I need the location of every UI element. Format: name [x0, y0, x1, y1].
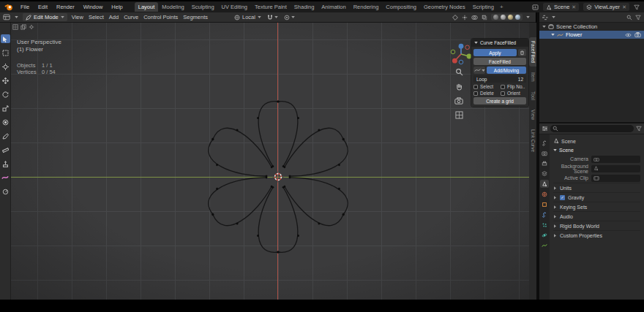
properties-search-input[interactable] — [550, 125, 634, 132]
hide-viewport-eye-icon[interactable] — [625, 32, 632, 37]
ptab-scene-icon[interactable] — [540, 180, 549, 188]
tool-tilt[interactable] — [1, 187, 10, 196]
section-keying-sets[interactable]: Keying Sets — [553, 202, 640, 211]
workspace-tab-layout[interactable]: Layout — [135, 2, 159, 12]
editor-type-caret-icon[interactable] — [15, 16, 18, 18]
orient-checkbox-box[interactable] — [501, 91, 505, 96]
workspace-tab-geometry-nodes[interactable]: Geometry Nodes — [420, 2, 469, 12]
scene-section-header[interactable]: Scene — [553, 145, 640, 154]
tool-annotate[interactable] — [1, 132, 10, 140]
mode-dropdown[interactable]: Edit Mode — [23, 13, 67, 21]
shading-rendered-icon[interactable] — [515, 15, 520, 20]
active-clip-field[interactable] — [591, 175, 640, 182]
navigation-gizmo[interactable] — [449, 42, 473, 66]
shading-wireframe-icon[interactable] — [493, 15, 498, 20]
select-checkbox-box[interactable] — [473, 85, 478, 89]
workspace-tab-compositing[interactable]: Compositing — [382, 2, 420, 12]
viewlayer-remove-icon[interactable]: ✕ — [622, 4, 626, 10]
delete-preset-icon[interactable] — [518, 49, 526, 56]
loop-slider[interactable]: Loop 12 — [473, 75, 526, 83]
section-gravity[interactable]: ✓ Gravity — [553, 192, 640, 202]
add-moving-button[interactable]: Add/Moving — [487, 66, 526, 74]
delete-checkbox-box[interactable] — [473, 91, 478, 96]
gizmo-y-neg[interactable] — [451, 50, 455, 54]
ptab-tool-icon[interactable] — [540, 139, 549, 147]
workspace-tab-modeling[interactable]: Modeling — [158, 2, 187, 12]
custom-props-caret-icon[interactable] — [554, 234, 556, 237]
scene-unlink-icon[interactable]: ✕ — [572, 4, 576, 10]
xray-toggle-icon[interactable] — [482, 15, 487, 20]
vp-menu-segments[interactable]: Segments — [183, 14, 208, 20]
camera-field[interactable] — [591, 156, 640, 163]
tool-select-box[interactable] — [1, 48, 10, 57]
gizmo-z-axis[interactable] — [459, 44, 464, 49]
gizmos-toggle-icon[interactable] — [462, 15, 468, 20]
operator-panel-header[interactable]: Curve FaceFilled — [471, 39, 528, 47]
pivot-point-icon[interactable] — [452, 15, 458, 20]
add-workspace-icon[interactable]: + — [498, 4, 506, 10]
workspace-tab-shading[interactable]: Shading — [291, 2, 318, 12]
shading-material-icon[interactable] — [508, 15, 513, 20]
rigid-body-caret-icon[interactable] — [554, 224, 556, 228]
tool-extrude[interactable] — [1, 159, 10, 168]
workspace-tab-rendering[interactable]: Rendering — [350, 2, 383, 12]
zoom-icon[interactable] — [455, 68, 463, 76]
workspace-tab-scripting[interactable]: Scripting — [469, 2, 498, 12]
ptab-physics-icon[interactable] — [540, 231, 549, 239]
workspace-tab-sculpting[interactable]: Sculpting — [188, 2, 218, 12]
audio-caret-icon[interactable] — [554, 215, 556, 218]
flip-checkbox-box[interactable] — [501, 85, 505, 89]
tool-transform[interactable] — [1, 118, 10, 126]
menu-file[interactable]: File — [19, 4, 31, 10]
tool-select-tweak[interactable] — [1, 34, 10, 43]
orientation-dropdown[interactable]: Local — [234, 14, 261, 20]
vp-menu-select[interactable]: Select — [89, 14, 104, 20]
gravity-checkbox[interactable]: ✓ — [560, 195, 565, 200]
workspace-tab-texture-paint[interactable]: Texture Paint — [251, 2, 291, 12]
sidebar-tab-item[interactable]: Item — [529, 69, 536, 85]
apply-button[interactable]: Apply — [473, 49, 517, 56]
vp-menu-curve[interactable]: Curve — [124, 14, 138, 20]
overlays-toggle-icon[interactable] — [471, 15, 478, 20]
viewlayer-selector[interactable]: ViewLayer ✕ — [583, 3, 629, 11]
ortho-toggle-icon[interactable] — [455, 111, 463, 119]
properties-filter-icon[interactable] — [636, 126, 642, 132]
menu-edit[interactable]: Edit — [37, 4, 49, 10]
curve-type-dropdown[interactable] — [473, 66, 485, 74]
proportional-caret-icon[interactable] — [291, 16, 295, 18]
disable-render-camera-icon[interactable] — [634, 32, 641, 37]
section-custom-properties[interactable]: Custom Properties — [553, 230, 640, 240]
tool-scale[interactable] — [1, 104, 10, 113]
snapping-caret-icon[interactable] — [274, 16, 278, 18]
tool-draw-curve[interactable] — [1, 173, 10, 182]
panel-collapse-icon[interactable] — [474, 42, 478, 44]
units-caret-icon[interactable] — [554, 186, 556, 190]
gizmo-x-axis[interactable] — [452, 58, 457, 64]
shading-solid-icon[interactable] — [501, 15, 506, 20]
select-checkbox[interactable]: Select — [473, 84, 499, 89]
workspace-tab-animation[interactable]: Animation — [318, 2, 349, 12]
tool-measure[interactable] — [1, 145, 10, 154]
vp-menu-view[interactable]: View — [72, 14, 83, 20]
stats-toggle-icon[interactable] — [532, 4, 539, 10]
ptab-viewlayer-icon[interactable] — [540, 170, 549, 178]
gravity-caret-icon[interactable] — [554, 196, 556, 199]
sidebar-tab-view[interactable]: View — [529, 106, 536, 123]
gizmo-x-neg[interactable] — [465, 45, 470, 50]
blender-logo-icon[interactable] — [4, 4, 13, 11]
facefilled-button[interactable]: FaceFilled — [473, 58, 526, 65]
cursor-3d-icon[interactable] — [272, 171, 284, 183]
scene-section-caret-icon[interactable] — [553, 149, 557, 151]
outliner-editor-caret-icon[interactable] — [552, 16, 555, 18]
create-grid-button[interactable]: Create a grid — [473, 97, 526, 104]
menu-help[interactable]: Help — [110, 4, 124, 10]
sidebar-tab-facefilled[interactable]: FaceFilled — [529, 37, 536, 66]
viewport-3d[interactable]: User Perspective (1) Flower Objects1 / 1… — [11, 23, 529, 300]
delete-checkbox[interactable]: Delete — [473, 91, 499, 96]
ptab-output-icon[interactable] — [540, 159, 549, 167]
outliner-row-flower[interactable]: Flower — [539, 31, 644, 39]
mini-options-icon[interactable] — [29, 24, 34, 30]
snapping-toggle[interactable] — [267, 15, 278, 20]
tool-cursor[interactable] — [1, 62, 10, 71]
section-audio[interactable]: Audio — [553, 211, 640, 221]
